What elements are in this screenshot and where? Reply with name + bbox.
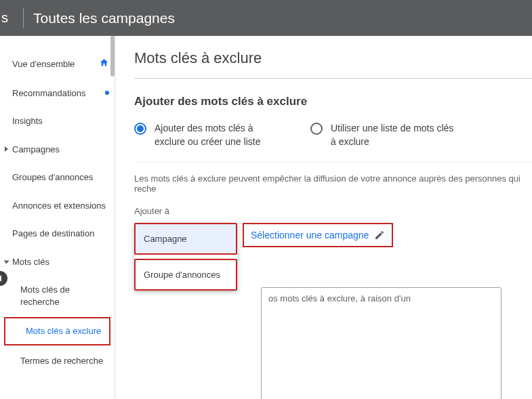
addto-dropdown: Campagne Groupe d'annonces <box>134 223 237 291</box>
radio-option-use-list[interactable]: Utiliser une liste de mots clés à exclur… <box>310 122 459 148</box>
info-text: Les mots clés à exclure peuvent empêcher… <box>134 173 532 194</box>
pencil-icon <box>374 230 385 240</box>
sidebar-item-label: Annonces et extensions <box>12 200 106 212</box>
sidebar-item-campaigns[interactable]: Campagnes <box>0 135 115 164</box>
main-content: Mots clés à exclure Ajouter des mots clé… <box>115 36 532 399</box>
addto-label: Ajouter à <box>134 206 532 216</box>
home-icon <box>99 58 109 71</box>
topbar-fragment: s <box>0 10 14 26</box>
select-campaign-link: Sélectionner une campagne <box>251 230 369 240</box>
sidebar-item-adgroups[interactable]: Groupes d'annonces <box>0 163 115 192</box>
sidebar-item-label: Recommandations <box>12 87 85 100</box>
divider <box>134 78 532 79</box>
chevron-left-icon <box>0 275 3 282</box>
sidebar-item-ads-extensions[interactable]: Annonces et extensions <box>0 192 115 220</box>
sidebar-item-label: Vue d'ensemble <box>12 58 75 70</box>
addto-row: Campagne Groupe d'annonces Sélectionner … <box>134 223 532 291</box>
textarea-placeholder-fragment: os mots clés à exclure, à raison d'un <box>268 293 411 303</box>
layout: Vue d'ensemble Recommandations Insights … <box>0 36 532 399</box>
radio-label: Utiliser une liste de mots clés à exclur… <box>331 122 459 148</box>
select-campaign-button[interactable]: Sélectionner une campagne <box>243 223 393 247</box>
sidebar-item-label: Mots clés <box>12 256 49 268</box>
radio-option-add-or-create[interactable]: Ajouter des mots clés à exclure ou créer… <box>134 122 283 148</box>
sidebar-item-label: Groupes d'annonces <box>12 171 94 184</box>
sidebar-item-search-terms[interactable]: Termes de recherche <box>0 347 115 375</box>
page-title: Mots clés à exclure <box>134 49 532 67</box>
breadcrumb-title[interactable]: Toutes les campagnes <box>33 10 175 26</box>
dropdown-option-campaign[interactable]: Campagne <box>136 224 236 253</box>
dropdown-option-adgroup[interactable]: Groupe d'annonces <box>136 260 236 289</box>
sidebar: Vue d'ensemble Recommandations Insights … <box>0 36 115 399</box>
divider <box>134 162 532 163</box>
radio-label: Ajouter des mots clés à exclure ou créer… <box>155 122 283 148</box>
sidebar-scrollbar[interactable] <box>110 36 115 77</box>
sidebar-item-recommendations[interactable]: Recommandations <box>0 79 115 108</box>
sidebar-item-label: Termes de recherche <box>20 355 103 367</box>
sidebar-item-overview[interactable]: Vue d'ensemble <box>0 49 115 79</box>
sidebar-item-label: Campagnes <box>12 144 60 156</box>
sidebar-item-negative-keywords[interactable]: Mots clés à exclure <box>4 317 110 345</box>
radio-icon <box>134 123 146 135</box>
sidebar-item-label: Insights <box>12 115 43 127</box>
section-title: Ajouter des mots clés à exclure <box>134 95 532 108</box>
keywords-textarea[interactable]: os mots clés à exclure, à raison d'un <box>261 287 502 399</box>
sidebar-item-keywords[interactable]: Mots clés <box>0 248 115 276</box>
topbar-separator <box>23 8 24 28</box>
sidebar-item-search-keywords[interactable]: Mots clés de recherche <box>0 276 115 316</box>
topbar: s Toutes les campagnes <box>0 0 532 36</box>
sidebar-item-landing-pages[interactable]: Pages de destination <box>0 219 115 248</box>
sidebar-item-label: Mots clés de recherche <box>20 284 109 308</box>
sidebar-item-insights[interactable]: Insights <box>0 107 115 135</box>
notification-dot-icon <box>105 91 109 95</box>
radio-group: Ajouter des mots clés à exclure ou créer… <box>134 122 532 148</box>
radio-icon <box>310 123 323 135</box>
sidebar-item-label: Mots clés à exclure <box>26 325 101 337</box>
sidebar-item-label: Pages de destination <box>12 228 94 240</box>
